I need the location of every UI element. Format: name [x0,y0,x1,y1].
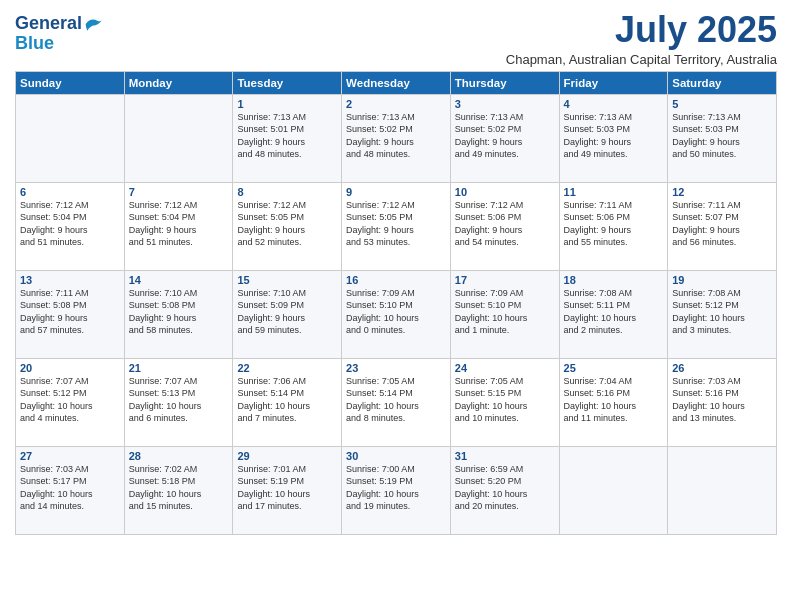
day-info: Sunrise: 7:06 AM Sunset: 5:14 PM Dayligh… [237,375,337,425]
calendar-cell: 13Sunrise: 7:11 AM Sunset: 5:08 PM Dayli… [16,270,125,358]
title-block: July 2025 Chapman, Australian Capital Te… [506,10,777,67]
header-tuesday: Tuesday [233,71,342,94]
calendar-cell: 19Sunrise: 7:08 AM Sunset: 5:12 PM Dayli… [668,270,777,358]
calendar-cell: 11Sunrise: 7:11 AM Sunset: 5:06 PM Dayli… [559,182,668,270]
day-info: Sunrise: 7:10 AM Sunset: 5:08 PM Dayligh… [129,287,229,337]
calendar-cell: 21Sunrise: 7:07 AM Sunset: 5:13 PM Dayli… [124,358,233,446]
day-number: 22 [237,362,337,374]
header-saturday: Saturday [668,71,777,94]
logo-bird-icon [84,14,104,34]
day-info: Sunrise: 7:13 AM Sunset: 5:02 PM Dayligh… [346,111,446,161]
calendar-cell: 6Sunrise: 7:12 AM Sunset: 5:04 PM Daylig… [16,182,125,270]
day-info: Sunrise: 7:12 AM Sunset: 5:05 PM Dayligh… [346,199,446,249]
day-number: 11 [564,186,664,198]
day-number: 9 [346,186,446,198]
day-number: 28 [129,450,229,462]
day-number: 17 [455,274,555,286]
day-number: 5 [672,98,772,110]
calendar-cell: 31Sunrise: 6:59 AM Sunset: 5:20 PM Dayli… [450,446,559,534]
day-number: 20 [20,362,120,374]
header-thursday: Thursday [450,71,559,94]
day-info: Sunrise: 7:09 AM Sunset: 5:10 PM Dayligh… [455,287,555,337]
header: General Blue July 2025 Chapman, Australi… [15,10,777,67]
day-number: 15 [237,274,337,286]
day-info: Sunrise: 7:12 AM Sunset: 5:05 PM Dayligh… [237,199,337,249]
day-info: Sunrise: 7:13 AM Sunset: 5:03 PM Dayligh… [564,111,664,161]
calendar-cell: 15Sunrise: 7:10 AM Sunset: 5:09 PM Dayli… [233,270,342,358]
day-info: Sunrise: 7:05 AM Sunset: 5:14 PM Dayligh… [346,375,446,425]
day-info: Sunrise: 7:03 AM Sunset: 5:16 PM Dayligh… [672,375,772,425]
calendar-cell: 27Sunrise: 7:03 AM Sunset: 5:17 PM Dayli… [16,446,125,534]
day-info: Sunrise: 7:05 AM Sunset: 5:15 PM Dayligh… [455,375,555,425]
day-number: 4 [564,98,664,110]
day-number: 27 [20,450,120,462]
calendar-cell: 29Sunrise: 7:01 AM Sunset: 5:19 PM Dayli… [233,446,342,534]
calendar-cell: 2Sunrise: 7:13 AM Sunset: 5:02 PM Daylig… [342,94,451,182]
calendar-cell: 25Sunrise: 7:04 AM Sunset: 5:16 PM Dayli… [559,358,668,446]
calendar-cell: 26Sunrise: 7:03 AM Sunset: 5:16 PM Dayli… [668,358,777,446]
location-subtitle: Chapman, Australian Capital Territory, A… [506,52,777,67]
day-number: 14 [129,274,229,286]
calendar-cell: 28Sunrise: 7:02 AM Sunset: 5:18 PM Dayli… [124,446,233,534]
calendar-week-2: 6Sunrise: 7:12 AM Sunset: 5:04 PM Daylig… [16,182,777,270]
day-number: 8 [237,186,337,198]
day-info: Sunrise: 7:04 AM Sunset: 5:16 PM Dayligh… [564,375,664,425]
calendar-week-4: 20Sunrise: 7:07 AM Sunset: 5:12 PM Dayli… [16,358,777,446]
day-info: Sunrise: 7:13 AM Sunset: 5:03 PM Dayligh… [672,111,772,161]
day-info: Sunrise: 7:00 AM Sunset: 5:19 PM Dayligh… [346,463,446,513]
calendar-week-5: 27Sunrise: 7:03 AM Sunset: 5:17 PM Dayli… [16,446,777,534]
day-info: Sunrise: 7:09 AM Sunset: 5:10 PM Dayligh… [346,287,446,337]
day-info: Sunrise: 7:12 AM Sunset: 5:04 PM Dayligh… [129,199,229,249]
day-number: 24 [455,362,555,374]
header-monday: Monday [124,71,233,94]
logo-general: General [15,14,82,34]
day-number: 16 [346,274,446,286]
day-info: Sunrise: 7:11 AM Sunset: 5:08 PM Dayligh… [20,287,120,337]
day-info: Sunrise: 7:07 AM Sunset: 5:12 PM Dayligh… [20,375,120,425]
day-number: 31 [455,450,555,462]
day-number: 10 [455,186,555,198]
calendar-week-1: 1Sunrise: 7:13 AM Sunset: 5:01 PM Daylig… [16,94,777,182]
day-info: Sunrise: 7:01 AM Sunset: 5:19 PM Dayligh… [237,463,337,513]
page: General Blue July 2025 Chapman, Australi… [0,0,792,612]
calendar-cell: 3Sunrise: 7:13 AM Sunset: 5:02 PM Daylig… [450,94,559,182]
calendar-cell: 18Sunrise: 7:08 AM Sunset: 5:11 PM Dayli… [559,270,668,358]
day-number: 18 [564,274,664,286]
calendar-cell: 20Sunrise: 7:07 AM Sunset: 5:12 PM Dayli… [16,358,125,446]
header-sunday: Sunday [16,71,125,94]
day-number: 3 [455,98,555,110]
calendar-cell: 16Sunrise: 7:09 AM Sunset: 5:10 PM Dayli… [342,270,451,358]
calendar-cell: 5Sunrise: 7:13 AM Sunset: 5:03 PM Daylig… [668,94,777,182]
day-number: 12 [672,186,772,198]
header-wednesday: Wednesday [342,71,451,94]
logo: General Blue [15,14,104,54]
day-number: 13 [20,274,120,286]
day-info: Sunrise: 7:11 AM Sunset: 5:06 PM Dayligh… [564,199,664,249]
day-info: Sunrise: 7:12 AM Sunset: 5:04 PM Dayligh… [20,199,120,249]
day-info: Sunrise: 6:59 AM Sunset: 5:20 PM Dayligh… [455,463,555,513]
calendar-cell: 12Sunrise: 7:11 AM Sunset: 5:07 PM Dayli… [668,182,777,270]
day-info: Sunrise: 7:08 AM Sunset: 5:12 PM Dayligh… [672,287,772,337]
day-number: 7 [129,186,229,198]
day-info: Sunrise: 7:07 AM Sunset: 5:13 PM Dayligh… [129,375,229,425]
day-number: 6 [20,186,120,198]
day-info: Sunrise: 7:03 AM Sunset: 5:17 PM Dayligh… [20,463,120,513]
calendar-cell: 22Sunrise: 7:06 AM Sunset: 5:14 PM Dayli… [233,358,342,446]
day-number: 30 [346,450,446,462]
calendar-cell: 7Sunrise: 7:12 AM Sunset: 5:04 PM Daylig… [124,182,233,270]
calendar-cell: 4Sunrise: 7:13 AM Sunset: 5:03 PM Daylig… [559,94,668,182]
day-number: 25 [564,362,664,374]
calendar-cell: 8Sunrise: 7:12 AM Sunset: 5:05 PM Daylig… [233,182,342,270]
calendar-cell: 1Sunrise: 7:13 AM Sunset: 5:01 PM Daylig… [233,94,342,182]
calendar-cell: 23Sunrise: 7:05 AM Sunset: 5:14 PM Dayli… [342,358,451,446]
calendar-week-3: 13Sunrise: 7:11 AM Sunset: 5:08 PM Dayli… [16,270,777,358]
day-number: 29 [237,450,337,462]
day-number: 19 [672,274,772,286]
day-number: 2 [346,98,446,110]
calendar-table: Sunday Monday Tuesday Wednesday Thursday… [15,71,777,535]
calendar-cell [124,94,233,182]
day-info: Sunrise: 7:12 AM Sunset: 5:06 PM Dayligh… [455,199,555,249]
header-friday: Friday [559,71,668,94]
calendar-cell: 24Sunrise: 7:05 AM Sunset: 5:15 PM Dayli… [450,358,559,446]
calendar-cell [16,94,125,182]
